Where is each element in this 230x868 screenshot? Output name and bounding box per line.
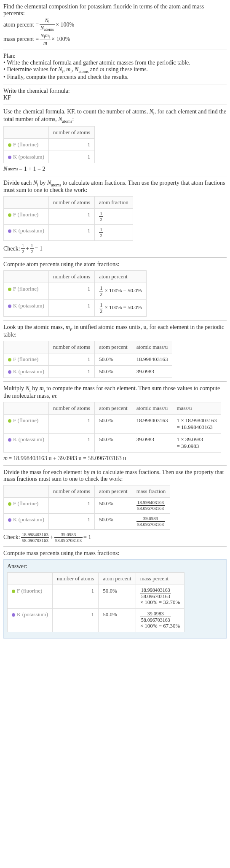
divider: [3, 381, 227, 382]
dot-icon: [8, 438, 11, 442]
table-row: F (fluorine) 1 50.0% 18.998403163 1 × 18…: [4, 414, 221, 433]
dot-icon: [8, 288, 11, 291]
massmul-intro: Multiply Ni by mi to compute the mass fo…: [3, 385, 227, 399]
answer-heading: Answer:: [7, 563, 223, 570]
intro-title: Find the elemental composition for potas…: [3, 3, 227, 17]
divider: [3, 257, 227, 258]
divider: [3, 105, 227, 105]
atomfrac-check: Check: 12 + 12 = 1: [3, 243, 227, 254]
atom-percent-frac: Ni Natoms: [40, 18, 55, 32]
divider: [3, 49, 227, 49]
answer-table: number of atomsatom percentmass percent …: [7, 572, 185, 632]
dot-icon: [8, 518, 11, 522]
count-atoms: Use the chemical formula, KF, to count t…: [3, 108, 227, 173]
atompct-intro: Compute atom percents using the atom fra…: [3, 261, 227, 268]
table-row: F (fluorine) 1 50.0% 18.998403163: [4, 353, 172, 366]
dot-icon: [12, 590, 15, 593]
mass-multiply: Multiply Ni by mi to compute the mass fo…: [3, 385, 227, 462]
divider: [3, 84, 227, 84]
table-row: F (fluorine) 1: [4, 138, 95, 151]
table-row: F (fluorine) 1 50.0% 18.99840316358.0967…: [4, 497, 170, 513]
dot-icon: [8, 229, 11, 233]
divider: [3, 546, 227, 547]
dot-icon: [8, 213, 11, 217]
plan-b1: • Write the chemical formula and gather …: [3, 59, 227, 66]
massfrac-table: number of atomsatom percentmass fraction…: [3, 485, 170, 530]
divider: [3, 320, 227, 321]
atomic-masses: Look up the atomic mass, mi, in unified …: [3, 324, 227, 378]
massmul-sum: m = 18.998403163 u + 39.0983 u = 58.0967…: [3, 455, 227, 462]
plan-b3: • Finally, compute the percents and chec…: [3, 74, 227, 81]
formula-heading: Write the chemical formula:: [3, 88, 227, 94]
divider: [3, 176, 227, 176]
count-sum: Natoms = 1 + 1 = 2: [3, 166, 227, 173]
massfrac-intro: Divide the mass for each element by m to…: [3, 469, 227, 483]
dot-icon: [8, 156, 11, 159]
plan: Plan: • Write the chemical formula and g…: [3, 53, 227, 81]
table-row: K (potassium) 1 50.0% 39.0983: [4, 366, 172, 378]
massfrac-check: Check: 18.99840316358.096703163 + 39.098…: [3, 532, 227, 543]
atompct-table: number of atomsatom percent F (fluorine)…: [3, 270, 147, 317]
formula-value: KF: [3, 94, 227, 101]
mass-percent-frac: Nimi m: [40, 33, 51, 46]
count-intro: Use the chemical formula, KF, to count t…: [3, 108, 227, 124]
formula: Write the chemical formula: KF: [3, 88, 227, 101]
table-row: K (potassium) 1 50.0% 39.098358.09670316…: [8, 608, 185, 632]
dot-icon: [8, 419, 11, 423]
dot-icon: [12, 613, 15, 617]
intro: Find the elemental composition for potas…: [3, 3, 227, 46]
dot-icon: [8, 370, 11, 374]
dot-icon: [8, 502, 11, 506]
plan-heading: Plan:: [3, 53, 227, 59]
atomicmass-intro: Look up the atomic mass, mi, in unified …: [3, 324, 227, 338]
table-row: K (potassium) 1: [4, 151, 95, 163]
divider: [3, 465, 227, 466]
mass-fractions: Divide the mass for each element by m to…: [3, 469, 227, 543]
atomicmass-table: number of atomsatom percentatomic mass/u…: [3, 341, 172, 378]
dot-icon: [8, 143, 11, 147]
table-row: K (potassium) 1 12: [4, 225, 133, 241]
atom-fractions: Divide each Ni by Natoms to calculate at…: [3, 180, 227, 254]
atom-percents: Compute atom percents using the atom fra…: [3, 261, 227, 317]
answer-box: Answer: number of atomsatom percentmass …: [3, 559, 227, 639]
dot-icon: [8, 305, 11, 308]
count-table: number of atoms F (fluorine) 1 K (potass…: [3, 126, 95, 163]
massmul-table: number of atomsatom percentatomic mass/u…: [3, 402, 221, 453]
table-row: F (fluorine) 1 12 × 100% = 50.0%: [4, 283, 147, 300]
mass-percent-def: mass percent = Nimi m × 100%: [3, 33, 227, 46]
masspct-intro: Compute mass percents using the mass fra…: [3, 550, 227, 557]
table-row: F (fluorine) 1 12: [4, 209, 133, 225]
table-row: K (potassium) 1 50.0% 39.0983 1 × 39.098…: [4, 433, 221, 452]
atomfrac-intro: Divide each Ni by Natoms to calculate at…: [3, 180, 227, 194]
table-row: K (potassium) 1 50.0% 39.098358.09670316…: [4, 513, 170, 529]
atom-percent-def: atom percent = Ni Natoms × 100%: [3, 18, 227, 32]
table-row: F (fluorine) 1 50.0% 18.99840316358.0967…: [8, 585, 185, 608]
dot-icon: [8, 358, 11, 361]
table-row: K (potassium) 1 12 × 100% = 50.0%: [4, 300, 147, 317]
plan-b2: • Determine values for Ni, mi, Natoms an…: [3, 66, 227, 74]
mass-percents: Compute mass percents using the mass fra…: [3, 550, 227, 557]
atomfrac-table: number of atomsatom fraction F (fluorine…: [3, 196, 133, 241]
